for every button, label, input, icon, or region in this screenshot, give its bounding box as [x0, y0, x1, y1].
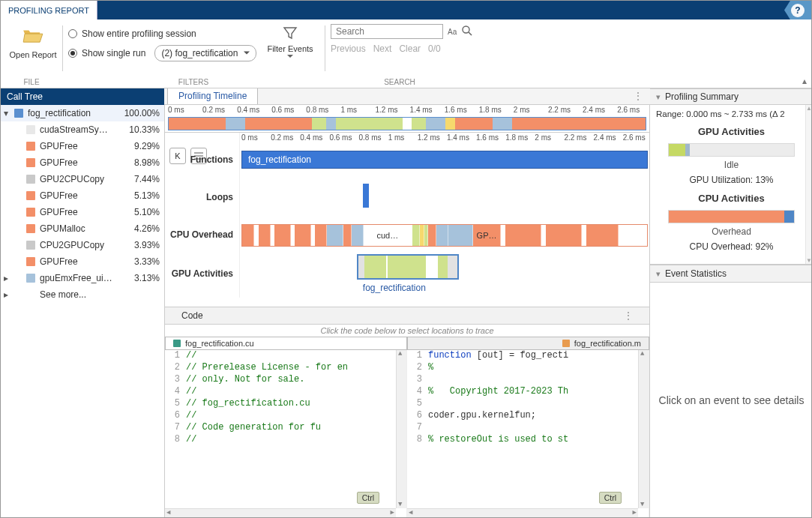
- lane-functions[interactable]: fog_rectification: [240, 145, 649, 175]
- gpu-activity-block[interactable]: [357, 254, 460, 280]
- gpu-utilization: GPU Utilization: 13%: [656, 175, 807, 185]
- overview-bar[interactable]: [168, 117, 646, 130]
- tree-pct: 5.13%: [118, 190, 160, 201]
- open-report-button[interactable]: Open Report: [7, 24, 59, 59]
- code-line[interactable]: 1function [out] = fog_recti: [407, 350, 649, 362]
- search-prev[interactable]: Previous: [331, 43, 366, 54]
- tree-pct: 3.93%: [118, 240, 160, 250]
- code-line[interactable]: 3// only. Not for sale.: [165, 374, 406, 386]
- tree-row[interactable]: ▾fog_rectification100.00%: [1, 105, 164, 121]
- tree-name: GPU2CPUCopy: [40, 174, 118, 184]
- tree-row[interactable]: cudaStreamSy…10.33%: [1, 121, 164, 138]
- ctrl-badge-cu: Ctrl: [357, 492, 379, 504]
- tree-toggler[interactable]: ▸: [1, 273, 11, 283]
- collapse-toolbar-button[interactable]: ▴: [798, 74, 811, 88]
- radio-entire-session[interactable]: [68, 29, 77, 38]
- event-stats-header[interactable]: ▾ Event Statistics: [650, 265, 811, 283]
- code-line[interactable]: 7: [407, 422, 649, 434]
- lane-gpu[interactable]: fog_rectification: [240, 250, 649, 298]
- tree-name: gpuEmxFree_ui…: [40, 273, 118, 283]
- tree-row[interactable]: GPU2CPUCopy7.44%: [1, 171, 164, 187]
- tree-pct: 8.98%: [118, 157, 160, 168]
- tree-row[interactable]: GPUFree8.98%: [1, 154, 164, 171]
- timeline-menu-button[interactable]: ⋮: [626, 88, 650, 104]
- lane-cpu[interactable]: cud… GP…: [240, 220, 649, 250]
- code-tab-cu[interactable]: fog_rectification.cu: [165, 337, 407, 350]
- open-report-label: Open Report: [10, 50, 57, 59]
- lane-loops[interactable]: [240, 175, 649, 220]
- filter-events-button[interactable]: Filter Events: [267, 24, 313, 63]
- funnel-icon: [283, 25, 298, 43]
- run-select[interactable]: (2) fog_rectification: [154, 45, 256, 61]
- tree-pct: 100.00%: [118, 108, 160, 118]
- tree-row[interactable]: CPU2GPUCopy3.93%: [1, 237, 164, 253]
- tree-row[interactable]: GPUFree3.33%: [1, 253, 164, 270]
- tree-pct: 7.44%: [118, 174, 160, 184]
- tree-row[interactable]: GPUFree9.29%: [1, 138, 164, 154]
- code-menu-button[interactable]: ⋮: [624, 310, 633, 321]
- scrollbar-h[interactable]: [407, 508, 638, 517]
- code-line[interactable]: 5: [407, 398, 649, 410]
- scrollbar-v[interactable]: [805, 105, 811, 264]
- tree-name: CPU2GPUCopy: [40, 240, 118, 250]
- color-swatch: [26, 224, 35, 233]
- section-file-label: FILE: [1, 78, 62, 86]
- code-line[interactable]: 4% Copyright 2017-2023 Th: [407, 386, 649, 398]
- code-line[interactable]: 6//: [165, 410, 406, 422]
- code-line[interactable]: 8% restoreOut is used to st: [407, 434, 649, 446]
- lane-label-loops: Loops: [165, 175, 240, 220]
- search-next[interactable]: Next: [373, 43, 392, 54]
- tree-toggler[interactable]: ▸: [1, 289, 11, 300]
- calltree-title: Call Tree: [7, 91, 43, 102]
- code-line[interactable]: 3: [407, 374, 649, 386]
- scrollbar-v[interactable]: [638, 350, 649, 508]
- code-m-editor[interactable]: 1function [out] = fog_recti2%34% Copyrig…: [407, 350, 649, 517]
- code-cu-editor[interactable]: 1//2// Prerelease License - for en3// on…: [165, 350, 407, 517]
- code-tab-m[interactable]: fog_rectification.m: [407, 337, 649, 350]
- timeline-tab[interactable]: Profiling Timeline: [167, 88, 258, 104]
- match-case-toggle[interactable]: Aa: [448, 28, 457, 36]
- code-line[interactable]: 4//: [165, 386, 406, 398]
- search-icon[interactable]: [461, 25, 473, 39]
- lane-label-gpu: GPU Activities: [165, 250, 240, 298]
- code-line[interactable]: 1//: [165, 350, 406, 362]
- code-line[interactable]: 2// Prerelease License - for en: [165, 362, 406, 374]
- toolbar: Open Report FILE Show entire profiling s…: [1, 19, 811, 88]
- color-swatch: [26, 125, 35, 134]
- calltree-panel: ▾fog_rectification100.00%cudaStreamSy…10…: [1, 105, 164, 517]
- tree-row[interactable]: GPUMalloc4.26%: [1, 220, 164, 237]
- tree-row[interactable]: ▸gpuEmxFree_ui…3.13%: [1, 270, 164, 286]
- app-tab[interactable]: PROFILING REPORT: [1, 1, 97, 19]
- filter-events-label: Filter Events: [267, 44, 313, 53]
- tree-toggler[interactable]: ▾: [1, 108, 11, 118]
- code-line[interactable]: 7// Code generation for fu: [165, 422, 406, 434]
- code-line[interactable]: 5// fog_rectification.cu: [165, 398, 406, 410]
- cpu-seg-gp[interactable]: GP…: [473, 225, 502, 246]
- loop-marker[interactable]: [363, 184, 369, 208]
- gpu-bar-label: Idle: [656, 160, 807, 170]
- code-tab-m-label: fog_rectification.m: [574, 339, 641, 348]
- function-bar[interactable]: fog_rectification: [241, 151, 648, 169]
- code-line[interactable]: 2%: [407, 362, 649, 374]
- cu-dot-icon: [173, 340, 181, 347]
- code-line[interactable]: 8//: [165, 434, 406, 446]
- summary-header[interactable]: ▾ Profiling Summary: [650, 88, 811, 105]
- color-swatch: [26, 208, 35, 217]
- radio-single-run[interactable]: [68, 49, 77, 58]
- help-button[interactable]: ?: [784, 1, 811, 19]
- scrollbar-v[interactable]: [396, 350, 406, 508]
- search-input[interactable]: [331, 24, 443, 39]
- code-tab-cu-label: fog_rectification.cu: [185, 339, 254, 348]
- scrollbar-h[interactable]: [165, 508, 396, 517]
- tree-row[interactable]: ▸See more...: [1, 286, 164, 303]
- search-clear[interactable]: Clear: [399, 43, 421, 54]
- section-search-label: SEARCH: [325, 78, 475, 86]
- code-line[interactable]: 6coder.gpu.kernelfun;: [407, 410, 649, 422]
- color-swatch: [26, 257, 35, 266]
- color-swatch: [26, 274, 35, 283]
- tree-row[interactable]: GPUFree5.13%: [1, 187, 164, 204]
- tree-row[interactable]: GPUFree5.10%: [1, 204, 164, 220]
- horizontal-resizer[interactable]: [165, 298, 649, 307]
- cpu-seg-cuda[interactable]: cud…: [364, 225, 412, 246]
- tree-name: fog_rectification: [28, 108, 118, 118]
